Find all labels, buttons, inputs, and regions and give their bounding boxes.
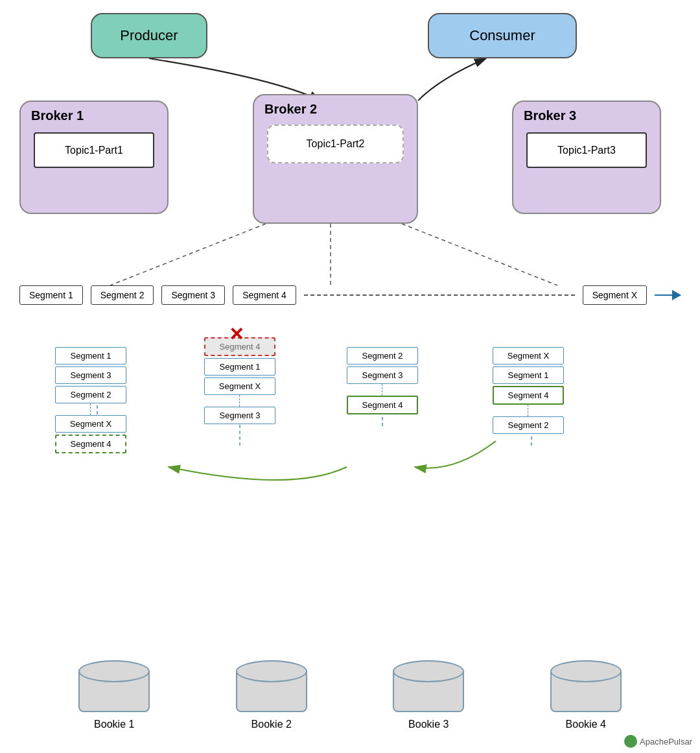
segment-x-top: Segment X [583,285,647,305]
b4-seg2: Segment 2 [493,416,564,434]
b3-seg2: Segment 2 [347,347,418,365]
bookie-3-cylinder [393,660,464,712]
broker-3-label: Broker 3 [513,102,660,126]
b1-seg3: Segment 3 [55,366,126,384]
b1-seg1: Segment 1 [55,347,126,365]
b4-seg4: Segment 4 [493,386,564,405]
b4-seg1: Segment 1 [493,366,564,384]
b1-segx: Segment X [55,415,126,433]
wechat-icon [624,735,637,748]
bookie-1-label: Bookie 1 [94,719,134,730]
diagram: Producer Consumer Broker 1 Topic1-Part1 … [0,0,700,753]
b2-seg3: Segment 3 [204,407,275,424]
b1-seg2: Segment 2 [55,386,126,403]
b1-seg4-new: Segment 4 [55,435,126,453]
svg-line-0 [110,224,266,285]
segment-3-top: Segment 3 [161,285,225,305]
producer-label: Producer [120,27,178,44]
bookie-1-segments: Segment 1 Segment 3 Segment 2 Segment X … [55,347,126,453]
bookie-2-label: Bookie 2 [251,719,292,730]
svg-line-2 [402,224,557,285]
bookie-2-segments: Segment 4 ✕ Segment 1 Segment X Segment … [204,337,275,424]
bookie-4-label: Bookie 4 [566,719,606,730]
segment-2-top: Segment 2 [91,285,154,305]
bookie-4: Bookie 4 [550,660,622,730]
bookie-1: Bookie 1 [78,660,150,730]
bookie-1-cylinder [78,660,150,712]
broker-3-box: Broker 3 Topic1-Part3 [512,101,661,214]
b4-segx: Segment X [493,347,564,365]
segment-1-top: Segment 1 [19,285,83,305]
brand-label: ApachePulsar [640,737,692,747]
bookie-3-segments: Segment 2 Segment 3 Segment 4 [347,347,418,414]
producer-box: Producer [91,13,207,58]
broker-1-topic: Topic1-Part1 [34,132,154,168]
b3-seg4: Segment 4 [347,396,418,414]
brand-watermark: ApachePulsar [624,735,692,748]
bookie-4-cylinder [550,660,622,712]
broker-2-label: Broker 2 [254,95,417,119]
bookie-2-cylinder [236,660,307,712]
segment-4-top: Segment 4 [233,285,296,305]
consumer-label: Consumer [469,27,535,44]
bookie-3: Bookie 3 [393,660,464,730]
bookie-2: Bookie 2 [236,660,307,730]
broker-2-topic: Topic1-Part2 [267,125,404,163]
broker-1-box: Broker 1 Topic1-Part1 [19,101,169,214]
bookie-4-segments: Segment X Segment 1 Segment 4 Segment 2 [493,347,564,434]
b2-segx: Segment X [204,377,275,395]
consumer-box: Consumer [428,13,577,58]
b2-seg1: Segment 1 [204,358,275,376]
bookie-3-label: Bookie 3 [408,719,449,730]
b3-seg3: Segment 3 [347,366,418,384]
bookies-row: Bookie 1 Bookie 2 Bookie 3 Bookie 4 [0,660,700,730]
broker-3-topic: Topic1-Part3 [526,132,647,168]
segments-row: Segment 1 Segment 2 Segment 3 Segment 4 … [19,285,681,305]
broker-2-box: Broker 2 Topic1-Part2 [253,94,418,224]
broker-1-label: Broker 1 [21,102,167,126]
